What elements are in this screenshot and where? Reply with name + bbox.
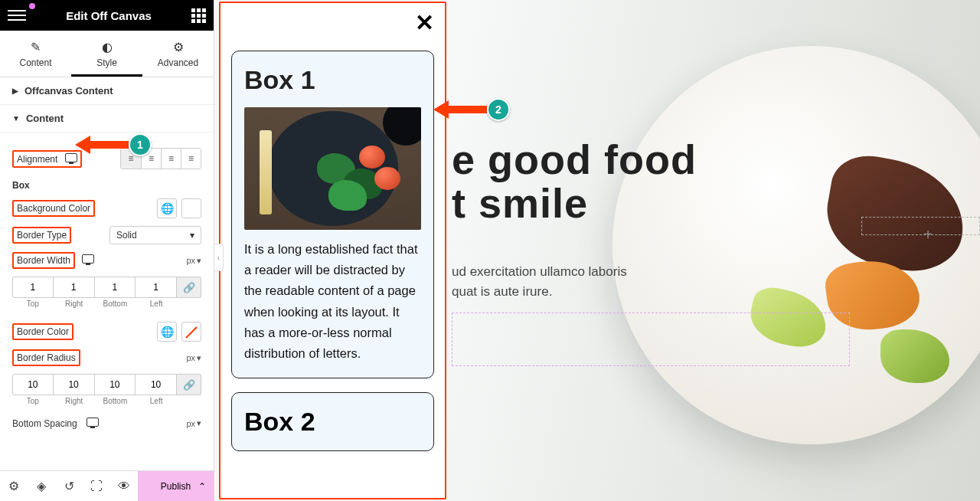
offcanvas-box-1[interactable]: Box 1 It is a long established fact that…	[231, 51, 434, 378]
global-color-button[interactable]: 🌐	[157, 198, 177, 218]
annotation-badge-1: 1	[129, 133, 152, 156]
panel-tabs: ✎ Content ◐ Style ⚙ Advanced	[0, 31, 214, 77]
border-radius-right[interactable]	[54, 374, 95, 395]
preview-button[interactable]: 👁	[110, 471, 138, 502]
panel-footer: ⚙ ◈ ↺ ⛶ 👁 Publish ⌃	[0, 470, 214, 501]
editor-selection-strip[interactable]	[861, 217, 980, 235]
label-bgcolor: Background Color	[12, 200, 95, 217]
unit-selector[interactable]: px ▾	[186, 353, 201, 363]
border-width-bottom[interactable]	[95, 277, 136, 298]
style-icon: ◐	[102, 40, 113, 54]
box-1-title: Box 1	[244, 65, 421, 95]
hero-heading: e good foodt smile	[452, 138, 697, 224]
label-border-radius: Border Radius	[12, 349, 80, 366]
bgcolor-swatch[interactable]	[181, 198, 201, 218]
annotation-arrow-1: 1	[75, 133, 152, 156]
box-1-text: It is a long established fact that a rea…	[244, 239, 421, 364]
offcanvas-popup: ✕ Box 1 It is a long established fact th…	[219, 2, 446, 499]
editor-panel: Edit Off Canvas ✎ Content ◐ Style ⚙ Adva…	[0, 0, 214, 501]
content-controls: Alignment ≡ ≡ ≡ ≡ Box Background Color 🌐	[0, 133, 214, 444]
box-2-title: Box 2	[244, 407, 421, 437]
responsive-button[interactable]: ⛶	[83, 471, 110, 502]
offcanvas-box-2[interactable]: Box 2	[231, 392, 434, 451]
collapse-panel-button[interactable]: ‹	[214, 244, 224, 271]
tab-style[interactable]: ◐ Style	[71, 31, 142, 77]
publish-button[interactable]: Publish ⌃	[138, 471, 214, 502]
widgets-icon[interactable]	[191, 8, 206, 23]
tab-advanced[interactable]: ⚙ Advanced	[142, 31, 214, 77]
panel-header: Edit Off Canvas	[0, 0, 214, 31]
box-1-image	[244, 107, 421, 230]
label-border-color: Border Color	[12, 323, 74, 340]
chevron-down-icon: ▾	[190, 230, 194, 241]
global-color-button[interactable]: 🌐	[157, 322, 177, 342]
add-section-handle[interactable]: +	[923, 226, 933, 244]
gear-icon: ⚙	[173, 40, 184, 54]
border-radius-inputs: Top Right Bottom Left 🔗	[12, 374, 201, 405]
hero-line-1: e good food	[452, 136, 697, 182]
section-content[interactable]: ▼ Content	[0, 105, 214, 133]
notification-dot	[29, 3, 35, 9]
unit-selector[interactable]: px ▾	[186, 418, 201, 428]
tab-content[interactable]: ✎ Content	[0, 31, 71, 77]
settings-button[interactable]: ⚙	[0, 471, 28, 502]
border-width-left[interactable]	[136, 277, 177, 298]
navigator-button[interactable]: ◈	[28, 471, 55, 502]
close-icon[interactable]: ✕	[415, 9, 434, 36]
border-radius-bottom[interactable]	[95, 374, 136, 395]
chevron-down-icon: ▼	[12, 114, 20, 123]
label-border-width: Border Width	[12, 252, 94, 269]
responsive-icon[interactable]	[87, 418, 99, 427]
border-color-swatch[interactable]	[181, 322, 201, 342]
responsive-icon[interactable]	[82, 254, 94, 264]
history-button[interactable]: ↺	[55, 471, 83, 502]
chevron-right-icon: ▶	[12, 87, 18, 95]
border-radius-left[interactable]	[136, 374, 177, 395]
border-radius-top[interactable]	[12, 374, 54, 395]
link-values-button[interactable]: 🔗	[177, 277, 201, 298]
section-offcanvas-content[interactable]: ▶ Offcanvas Content	[0, 77, 214, 105]
link-values-button[interactable]: 🔗	[177, 374, 201, 395]
border-width-right[interactable]	[54, 277, 95, 298]
label-alignment: Alignment	[12, 150, 82, 168]
panel-title: Edit Off Canvas	[26, 9, 191, 22]
label-border-type: Border Type	[12, 227, 71, 244]
border-width-inputs: Top Right Bottom Left 🔗	[12, 277, 201, 308]
annotation-badge-2: 2	[487, 98, 510, 121]
annotation-arrow-2: 2	[433, 98, 510, 121]
hero-line-2: t smile	[452, 180, 588, 226]
border-width-top[interactable]	[12, 277, 54, 298]
label-bottom-spacing: Bottom Spacing	[12, 418, 99, 429]
hero-subtext: ud exercitation ullamco laboris quat is …	[452, 262, 781, 301]
align-justify-button[interactable]: ≡	[181, 149, 201, 169]
unit-selector[interactable]: px ▾	[186, 256, 201, 266]
menu-icon[interactable]	[8, 10, 26, 21]
chevron-up-icon: ⌃	[198, 481, 206, 492]
pencil-icon: ✎	[31, 40, 41, 54]
editor-empty-container[interactable]	[452, 313, 850, 366]
box-subheading: Box	[12, 180, 201, 191]
border-type-select[interactable]: Solid ▾	[109, 226, 201, 244]
align-right-button[interactable]: ≡	[161, 149, 181, 169]
